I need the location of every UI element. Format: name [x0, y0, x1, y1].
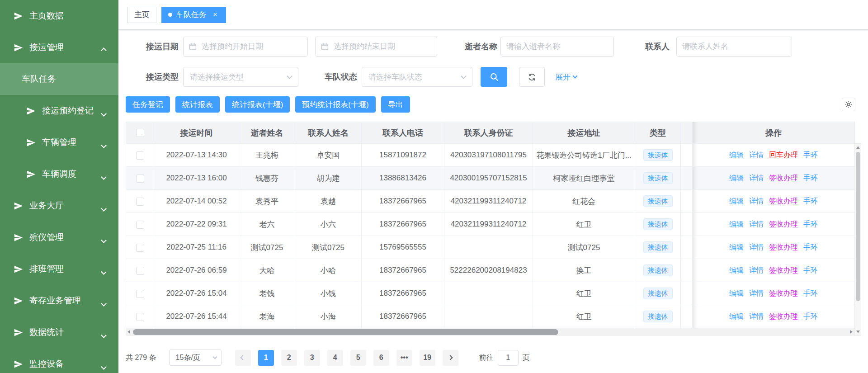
action-link[interactable]: 签收办理	[769, 197, 798, 205]
action-link[interactable]: 编辑	[729, 243, 744, 251]
action-link[interactable]: 详情	[749, 266, 764, 274]
action-link[interactable]: 详情	[749, 243, 764, 251]
row-checkbox[interactable]	[136, 151, 144, 160]
date-end-field[interactable]	[316, 37, 437, 56]
action-link[interactable]: 编辑	[729, 289, 744, 297]
row-checkbox[interactable]	[136, 198, 144, 206]
action-link[interactable]: 编辑	[729, 151, 744, 159]
action-link[interactable]: 手环	[803, 197, 818, 205]
action-link[interactable]: 详情	[749, 220, 764, 228]
action-link[interactable]: 详情	[749, 312, 764, 320]
page-button[interactable]: 2	[281, 350, 297, 366]
row-checkbox[interactable]	[136, 290, 144, 298]
vertical-scroll-thumb[interactable]	[856, 152, 860, 301]
export-button[interactable]: 导出	[381, 96, 410, 113]
action-link[interactable]: 编辑	[729, 266, 744, 274]
page-ellipsis[interactable]: •••	[396, 350, 412, 366]
horizontal-scrollbar[interactable]	[126, 328, 854, 336]
action-link[interactable]: 详情	[749, 289, 764, 297]
sidebar-item[interactable]: 接运管理	[0, 32, 118, 63]
scroll-down-arrow-icon[interactable]	[856, 331, 860, 333]
tab-active[interactable]: 车队任务	[161, 7, 226, 23]
sidebar-item-active[interactable]: 车队任务	[0, 63, 118, 95]
tab-home[interactable]: 主页	[127, 7, 156, 23]
sidebar-item[interactable]: 寄存业务管理	[0, 285, 118, 316]
fleet-status-select[interactable]: 请选择车队状态	[362, 67, 472, 87]
page-button[interactable]: 1	[258, 350, 274, 366]
page-button[interactable]: 3	[304, 350, 320, 366]
sidebar-item-label: 业务大厅	[29, 200, 64, 212]
sidebar-item[interactable]: 数据统计	[0, 316, 118, 348]
select-all-checkbox[interactable]	[136, 129, 144, 137]
row-checkbox[interactable]	[136, 221, 144, 229]
date-start-field[interactable]	[184, 37, 307, 56]
refresh-button[interactable]	[519, 67, 545, 87]
action-link[interactable]: 回车办理	[769, 151, 798, 159]
action-link[interactable]: 编辑	[729, 197, 744, 205]
expand-toggle[interactable]: 展开	[555, 72, 577, 82]
action-link[interactable]: 签收办理	[769, 220, 798, 228]
action-link[interactable]: 手环	[803, 312, 818, 320]
horizontal-scroll-thumb[interactable]	[133, 329, 558, 335]
scroll-up-arrow-icon[interactable]	[856, 146, 860, 149]
action-link[interactable]: 详情	[749, 151, 764, 159]
action-link[interactable]: 签收办理	[769, 266, 798, 274]
row-checkbox[interactable]	[136, 313, 144, 321]
sidebar-item[interactable]: 业务大厅	[0, 190, 118, 222]
action-link[interactable]: 详情	[749, 197, 764, 205]
action-link[interactable]: 编辑	[729, 174, 744, 182]
deceased-name-field[interactable]	[501, 37, 613, 56]
search-button[interactable]	[481, 67, 507, 87]
task-register-button[interactable]: 任务登记	[126, 96, 170, 113]
sidebar-item[interactable]: 主页数据	[0, 0, 118, 32]
chevron-left-icon	[240, 355, 245, 360]
deceased-name-cell: 老钱	[239, 282, 295, 305]
date-end-input[interactable]	[315, 37, 437, 57]
contact-name-field[interactable]	[677, 37, 792, 56]
action-link[interactable]: 手环	[803, 151, 818, 159]
action-link[interactable]: 签收办理	[769, 243, 798, 251]
action-link[interactable]: 编辑	[729, 312, 744, 320]
goto-page-input[interactable]	[498, 350, 519, 366]
page-button[interactable]: 6	[373, 350, 389, 366]
page-button[interactable]: 4	[327, 350, 343, 366]
close-icon[interactable]	[211, 11, 219, 19]
report-shiyan-button[interactable]: 统计报表(十堰)	[225, 96, 290, 113]
report-button[interactable]: 统计报表	[175, 96, 220, 113]
page-button[interactable]: 19	[420, 350, 435, 366]
row-checkbox[interactable]	[136, 267, 144, 275]
action-link[interactable]: 手环	[803, 220, 818, 228]
action-link[interactable]: 编辑	[729, 220, 744, 228]
row-checkbox[interactable]	[136, 175, 144, 183]
action-link[interactable]: 签收办理	[769, 312, 798, 320]
sidebar-item[interactable]: 车辆调度	[0, 158, 118, 190]
sidebar-item[interactable]: 监控设备	[0, 348, 118, 373]
action-link[interactable]: 详情	[749, 174, 764, 182]
sidebar-item[interactable]: 排班管理	[0, 253, 118, 285]
action-link[interactable]: 手环	[803, 243, 818, 251]
prev-page-button[interactable]	[235, 350, 251, 366]
action-link[interactable]: 签收办理	[769, 174, 798, 182]
clipped-column-cell	[681, 236, 693, 259]
booking-report-shiyan-button[interactable]: 预约统计报表(十堰)	[295, 96, 375, 113]
action-link[interactable]: 手环	[803, 174, 818, 182]
action-link[interactable]: 签收办理	[769, 289, 798, 297]
scroll-left-arrow-icon[interactable]	[127, 330, 130, 334]
sidebar-item[interactable]: 殡仪管理	[0, 222, 118, 253]
action-link[interactable]: 手环	[803, 266, 818, 274]
deceased-name-input[interactable]	[500, 37, 614, 57]
date-start-input[interactable]	[183, 37, 308, 57]
row-checkbox[interactable]	[136, 244, 144, 252]
pickup-type-select[interactable]: 请选择接运类型	[183, 67, 298, 87]
column-settings-button[interactable]	[842, 98, 855, 111]
page-button[interactable]: 5	[350, 350, 366, 366]
sidebar-item[interactable]: 车辆管理	[0, 127, 118, 158]
next-page-button[interactable]	[443, 350, 458, 366]
clipped-column-cell	[681, 190, 693, 213]
scroll-right-arrow-icon[interactable]	[850, 330, 853, 334]
page-size-select[interactable]: 15条/页	[169, 349, 222, 366]
contact-name-input[interactable]	[676, 37, 792, 57]
sidebar-item[interactable]: 接运预约登记	[0, 95, 118, 127]
action-link[interactable]: 手环	[803, 289, 818, 297]
vertical-scrollbar[interactable]	[854, 143, 861, 336]
